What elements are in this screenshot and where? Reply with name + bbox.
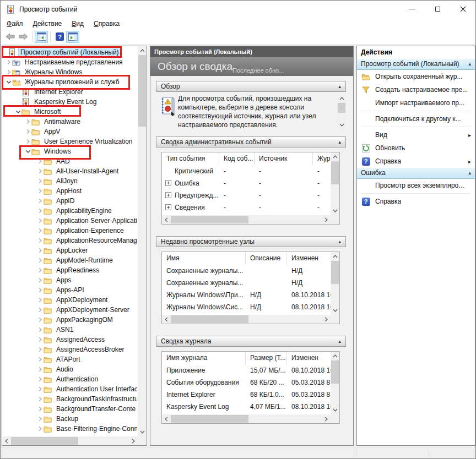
- scrollbar-thumb[interactable]: [11, 437, 78, 445]
- help-toolbar-button[interactable]: ?: [53, 31, 66, 43]
- tree-item[interactable]: AppHost: [2, 186, 137, 196]
- tree-item[interactable]: AppReadiness: [2, 265, 137, 275]
- tree-collapsed-arrow[interactable]: [36, 168, 44, 174]
- column-header[interactable]: Имя журнала: [162, 352, 246, 364]
- tree-collapsed-arrow[interactable]: [36, 347, 44, 352]
- tree-item[interactable]: ApplicationResourceManag: [2, 236, 137, 245]
- tree-collapsed-arrow[interactable]: [36, 238, 44, 243]
- scrollbar-thumb[interactable]: [138, 55, 146, 127]
- table-horizontal-scrollbar[interactable]: [162, 414, 331, 423]
- tree-collapsed-arrow[interactable]: [36, 248, 44, 253]
- action-group-header-0[interactable]: Просмотр событий (Локальный)▴: [357, 59, 475, 70]
- tree-collapsed-arrow[interactable]: [36, 198, 44, 204]
- action-item[interactable]: Обновить: [357, 141, 475, 155]
- table-row[interactable]: События оборудования68 КБ/20 ...05.03.20…: [162, 376, 331, 389]
- tree-item[interactable]: Internet Explorer: [2, 87, 137, 97]
- collapse-icon[interactable]: ▴: [338, 239, 341, 244]
- collapse-icon[interactable]: ▴: [338, 139, 341, 145]
- tree-item[interactable]: Backup: [2, 414, 137, 424]
- tree-item[interactable]: Apps: [2, 275, 137, 285]
- table-row[interactable]: Журналы Windows\При...Н/Д08.10.2018 16:3: [162, 289, 331, 301]
- expand-plus-icon[interactable]: [165, 180, 171, 186]
- tree-collapsed-arrow[interactable]: [24, 119, 31, 124]
- collapse-icon[interactable]: ▴: [468, 61, 471, 67]
- menu-item-0[interactable]: Файл: [1, 19, 28, 29]
- tree-item[interactable]: ATAPort: [2, 354, 137, 364]
- action-item[interactable]: Открыть сохраненный жур...: [357, 70, 475, 83]
- tree-collapsed-arrow[interactable]: [5, 69, 12, 75]
- tree-collapsed-arrow[interactable]: [36, 258, 44, 263]
- scrollbar-thumb[interactable]: [171, 315, 248, 323]
- maximize-button[interactable]: [425, 1, 450, 18]
- tree-item[interactable]: AppXDeployment-Server: [2, 305, 137, 315]
- overview-scrollbar[interactable]: [337, 94, 346, 129]
- table-row[interactable]: Сведения---: [162, 201, 331, 214]
- tree-item[interactable]: [2, 434, 137, 436]
- collapse-icon[interactable]: ▴: [338, 338, 341, 344]
- section-header-admin-events[interactable]: Сводка административных событий ▴: [156, 136, 346, 147]
- section-header-log-summary[interactable]: Сводка журнала ▴: [156, 336, 346, 347]
- tree-vertical-scrollbar[interactable]: [138, 46, 147, 436]
- tree-item[interactable]: Журналы Windows: [2, 67, 137, 77]
- tree-collapsed-arrow[interactable]: [36, 218, 44, 223]
- scroll-down-icon[interactable]: [331, 306, 339, 315]
- show-action-pane-button[interactable]: [66, 31, 79, 43]
- tree-item[interactable]: Antimalware: [2, 117, 137, 127]
- scrollbar-thumb[interactable]: [331, 261, 339, 284]
- tree-item[interactable]: Authentication User Interfac: [2, 384, 137, 394]
- tree-collapsed-arrow[interactable]: [36, 386, 44, 392]
- scroll-down-icon[interactable]: [331, 206, 339, 215]
- tree-item[interactable]: Настраиваемые представления: [2, 57, 137, 67]
- table-row[interactable]: Ошибка---: [162, 177, 331, 189]
- tree-item[interactable]: Kaspersky Event Log: [2, 97, 137, 107]
- expand-plus-icon[interactable]: [165, 192, 171, 198]
- tree-collapsed-arrow[interactable]: [36, 208, 44, 214]
- menu-item-1[interactable]: Действие: [28, 19, 67, 29]
- table-vertical-scrollbar[interactable]: [331, 252, 339, 315]
- scroll-left-icon[interactable]: [2, 436, 11, 445]
- expand-plus-icon[interactable]: [165, 204, 171, 210]
- tree-item[interactable]: ASN1: [2, 325, 137, 335]
- forward-button[interactable]: [17, 31, 30, 43]
- back-button[interactable]: [3, 31, 17, 43]
- tree-collapsed-arrow[interactable]: [36, 416, 44, 422]
- tree-item[interactable]: AAD: [2, 156, 137, 166]
- action-item[interactable]: Импорт настраиваемого пр...: [357, 96, 475, 110]
- tree-item[interactable]: Base-Filtering-Engine-Conn: [2, 424, 137, 434]
- tree-collapsed-arrow[interactable]: [24, 139, 31, 144]
- tree-item[interactable]: Audio: [2, 364, 137, 374]
- minimize-button[interactable]: [399, 1, 425, 18]
- tree-item[interactable]: AppXDeployment: [2, 295, 137, 305]
- section-header-overview[interactable]: Обзор ▴: [156, 81, 346, 92]
- tree-expanded-arrow[interactable]: [24, 149, 31, 154]
- column-header[interactable]: Описание: [246, 252, 287, 265]
- tree-collapsed-arrow[interactable]: [36, 228, 44, 233]
- tree-item[interactable]: Apps-API: [2, 285, 137, 295]
- scroll-up-icon[interactable]: [337, 94, 346, 103]
- table-row[interactable]: Kaspersky Event Log4,07 МБ/1...08.10.201…: [162, 401, 331, 413]
- table-horizontal-scrollbar[interactable]: [162, 315, 331, 324]
- tree-item[interactable]: Просмотр событий (Локальный): [2, 47, 137, 57]
- scroll-down-icon[interactable]: [337, 121, 346, 129]
- tree-item[interactable]: BackgroundTransfer-Conte: [2, 404, 137, 414]
- menu-item-2[interactable]: Вид: [67, 19, 89, 29]
- section-header-recent-nodes[interactable]: Недавно просмотренные узлы ▴: [156, 236, 346, 247]
- table-row[interactable]: Приложение15,07 МБ/...08.10.2018 16:3: [162, 364, 331, 376]
- tree-collapsed-arrow[interactable]: [36, 159, 44, 164]
- tree-item[interactable]: ApplicabilityEngine: [2, 206, 137, 216]
- tree-collapsed-arrow[interactable]: [36, 367, 44, 372]
- table-row[interactable]: Сохраненные журналы...Н/Д: [162, 277, 331, 289]
- tree-item[interactable]: User Experience Virtualization: [2, 136, 137, 146]
- scroll-right-icon[interactable]: [322, 414, 331, 423]
- column-header[interactable]: Код соб...: [219, 152, 255, 165]
- column-header[interactable]: Изменен: [287, 352, 331, 364]
- tree-horizontal-scrollbar[interactable]: [2, 436, 138, 445]
- tree-item[interactable]: AllJoyn: [2, 176, 137, 186]
- scroll-up-icon[interactable]: [331, 152, 339, 161]
- table-row[interactable]: Сохраненные журналы...Н/Д: [162, 265, 331, 277]
- tree-collapsed-arrow[interactable]: [24, 129, 31, 134]
- tree-collapsed-arrow[interactable]: [5, 59, 12, 65]
- tree-collapsed-arrow[interactable]: [36, 188, 44, 194]
- column-header[interactable]: Тип события: [162, 152, 219, 165]
- tree-expanded-arrow[interactable]: [14, 109, 21, 114]
